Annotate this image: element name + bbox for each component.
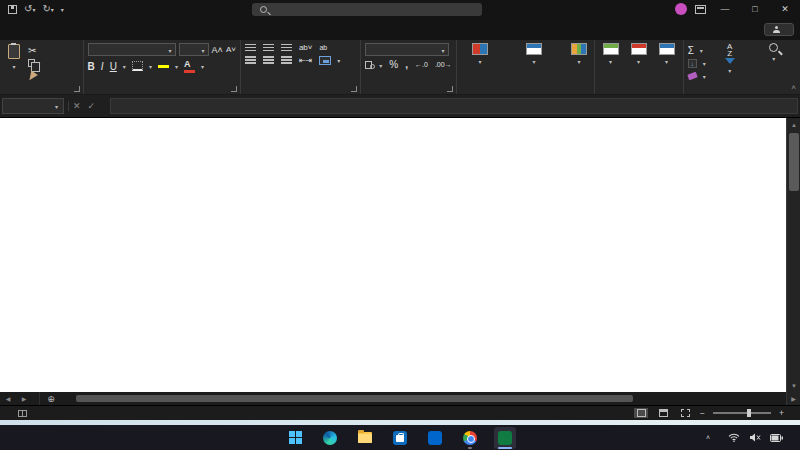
bold-button[interactable]: B <box>88 61 95 72</box>
horizontal-scroll-thumb[interactable] <box>76 395 633 402</box>
vertical-scroll-thumb[interactable] <box>789 133 799 191</box>
eraser-icon <box>687 72 698 81</box>
find-select-button[interactable] <box>754 43 794 83</box>
format-cells-button[interactable] <box>655 43 679 83</box>
number-dialog-launcher-icon[interactable] <box>447 86 453 92</box>
borders-icon[interactable] <box>132 61 143 71</box>
alignment-dialog-launcher-icon[interactable] <box>351 86 357 92</box>
vertical-scrollbar[interactable]: ▲ ▼ <box>786 118 800 392</box>
line-app[interactable] <box>424 427 446 449</box>
normal-view-icon[interactable] <box>634 408 648 418</box>
enter-icon[interactable]: ✓ <box>88 101 96 111</box>
align-top-icon[interactable] <box>245 44 256 46</box>
underline-button[interactable]: U <box>110 61 117 72</box>
chrome-app[interactable] <box>459 427 481 449</box>
customize-qat-icon[interactable] <box>61 4 64 14</box>
wifi-icon[interactable] <box>728 433 740 442</box>
format-as-table-button[interactable] <box>511 43 557 83</box>
scroll-down-icon[interactable]: ▼ <box>787 379 800 392</box>
font-size-select[interactable] <box>179 43 209 56</box>
title-bar: ↺ ↻ — □ ✕ <box>0 0 800 18</box>
orientation-icon[interactable]: ab˅ <box>299 43 313 52</box>
copy-button[interactable] <box>28 58 40 69</box>
comma-style-icon[interactable]: , <box>405 59 408 70</box>
increase-decimal-icon[interactable]: ←.0 <box>415 61 428 68</box>
redo-icon[interactable]: ↻ <box>42 4 53 14</box>
share-icon <box>773 26 780 33</box>
autosum-button[interactable]: Σ <box>688 44 706 56</box>
scroll-up-icon[interactable]: ▲ <box>787 118 800 131</box>
indent-icons[interactable]: ⇤⇥ <box>299 56 312 65</box>
sheet-nav-right-icon[interactable]: ▶ <box>16 392 32 405</box>
minimize-button[interactable]: — <box>714 4 736 14</box>
cell-styles-button[interactable] <box>561 43 597 83</box>
macro-record-icon[interactable] <box>18 410 27 417</box>
collapse-ribbon-icon[interactable]: ˄ <box>791 83 796 92</box>
paste-button[interactable] <box>4 43 24 83</box>
align-bottom-icon[interactable] <box>281 44 292 46</box>
shrink-font-icon[interactable]: A˅ <box>226 45 236 54</box>
zoom-slider-thumb[interactable] <box>747 409 751 417</box>
italic-button[interactable]: I <box>101 61 104 72</box>
align-left-icon[interactable] <box>245 56 256 58</box>
zoom-slider[interactable] <box>713 412 771 414</box>
edge-app[interactable] <box>319 427 341 449</box>
horizontal-scrollbar[interactable] <box>70 394 784 403</box>
windows-start-icon <box>289 431 302 444</box>
number-format-select[interactable] <box>365 43 449 56</box>
page-break-view-icon[interactable] <box>678 408 692 418</box>
battery-icon[interactable] <box>770 434 783 442</box>
volume-muted-icon[interactable] <box>749 433 761 442</box>
excel-icon <box>498 431 512 445</box>
font-dialog-launcher-icon[interactable] <box>231 86 237 92</box>
grow-font-icon[interactable]: A˄ <box>212 45 223 55</box>
styles-group <box>457 40 595 94</box>
font-color-button[interactable]: A <box>184 59 195 73</box>
zoom-out-icon[interactable]: − <box>700 408 705 418</box>
font-family-select[interactable] <box>88 43 176 56</box>
align-center-icon[interactable] <box>263 56 274 58</box>
percent-style-icon[interactable]: % <box>389 59 398 70</box>
search-box[interactable] <box>252 3 482 16</box>
new-sheet-icon[interactable]: ⊕ <box>40 392 62 405</box>
align-right-icon[interactable] <box>281 56 292 58</box>
wrap-text-button[interactable]: ab <box>319 44 330 51</box>
share-button[interactable] <box>764 23 794 36</box>
close-button[interactable]: ✕ <box>774 4 796 14</box>
start-button[interactable] <box>284 427 306 449</box>
fill-button[interactable]: ↓ <box>688 57 706 69</box>
format-painter-button[interactable] <box>28 71 40 82</box>
align-middle-icon[interactable] <box>263 44 274 46</box>
cut-button[interactable]: ✂ <box>28 45 40 56</box>
file-explorer-app[interactable] <box>354 427 376 449</box>
sort-filter-button[interactable]: AZ <box>710 43 750 83</box>
save-icon[interactable] <box>8 5 17 14</box>
page-layout-view-icon[interactable] <box>656 408 670 418</box>
sheet-nav-left-icon[interactable]: ◀ <box>0 392 16 405</box>
zoom-in-icon[interactable]: + <box>779 408 784 418</box>
scroll-right-icon[interactable]: ▶ <box>786 392 800 405</box>
cancel-icon[interactable]: ✕ <box>73 101 81 111</box>
avatar[interactable] <box>675 3 687 15</box>
insert-cells-button[interactable] <box>599 43 623 83</box>
accounting-format-icon[interactable] <box>365 61 373 69</box>
merge-center-button[interactable] <box>319 55 340 65</box>
sheet-tab-bar: ◀ ▶ ⊕ ▶ <box>0 392 800 405</box>
microsoft-store-app[interactable] <box>389 427 411 449</box>
clear-button[interactable] <box>688 70 706 82</box>
name-box[interactable] <box>2 98 64 114</box>
fill-color-button[interactable] <box>158 64 169 68</box>
delete-cells-button[interactable] <box>627 43 651 83</box>
maximize-button[interactable]: □ <box>744 4 766 14</box>
formula-bar: ✕ ✓ <box>0 95 800 118</box>
excel-app[interactable] <box>494 427 516 449</box>
clipboard-dialog-launcher-icon[interactable] <box>74 86 80 92</box>
formula-input[interactable] <box>110 98 798 114</box>
undo-icon[interactable]: ↺ <box>24 4 35 14</box>
hidden-icons-chevron-icon[interactable]: ˄ <box>706 434 710 441</box>
decrease-decimal-icon[interactable]: .00→ <box>435 61 452 68</box>
sigma-icon: Σ <box>688 45 694 56</box>
conditional-formatting-button[interactable] <box>453 43 507 83</box>
ribbon-display-options-icon[interactable] <box>695 5 706 14</box>
cell-grid[interactable] <box>0 118 786 392</box>
